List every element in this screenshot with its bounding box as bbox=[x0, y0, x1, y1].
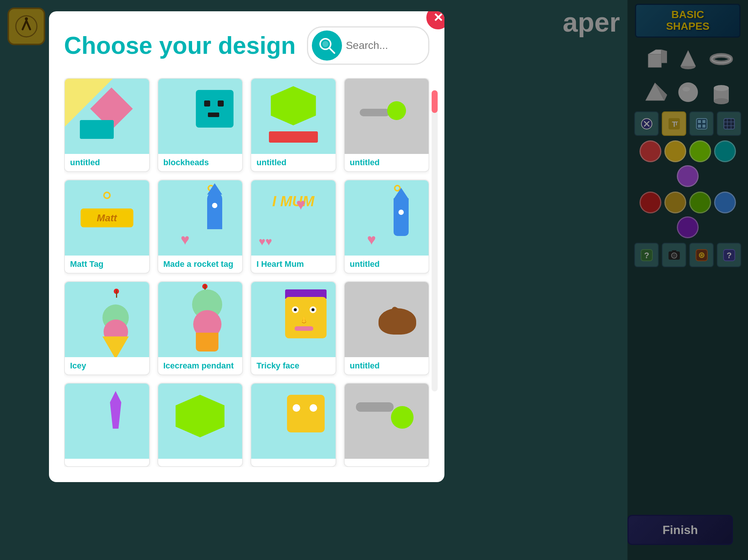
robot-face-shape bbox=[287, 395, 325, 432]
design-card-mech2[interactable] bbox=[344, 383, 430, 467]
design-card-untitled4[interactable]: ♥ untitled bbox=[344, 180, 430, 274]
design-thumb-matt: Matt bbox=[65, 180, 149, 256]
design-label-untitled1: untitled bbox=[65, 154, 149, 171]
design-thumb-blockheads bbox=[158, 79, 243, 154]
search-input[interactable] bbox=[346, 40, 421, 52]
design-thumb-untitled1 bbox=[65, 79, 149, 154]
design-label-mech2 bbox=[345, 459, 429, 466]
matt-tag-shape: Matt bbox=[81, 208, 133, 227]
blockhead-eye-right bbox=[218, 100, 224, 107]
design-thumb-icecream bbox=[158, 282, 243, 357]
design-label-icey: Icey bbox=[65, 357, 149, 374]
design-label-blockheads: blockheads bbox=[158, 154, 243, 171]
tricky-mouth bbox=[295, 326, 313, 331]
design-label-untitled5: untitled bbox=[345, 357, 429, 374]
scroll-bar[interactable] bbox=[432, 90, 438, 391]
design-card-icey[interactable]: Icey bbox=[64, 281, 150, 375]
design-card-crystal[interactable] bbox=[64, 383, 150, 467]
design-card-greenhex[interactable] bbox=[157, 383, 243, 467]
design-card-heartmum[interactable]: I MUM ♥ ♥♥ I Heart Mum bbox=[250, 180, 336, 274]
rocket-body bbox=[207, 192, 222, 229]
blockhead-eye-left bbox=[204, 100, 210, 107]
box-shape bbox=[80, 120, 114, 139]
design-label-icecream: Icecream pendant bbox=[158, 357, 243, 374]
crystal-shape bbox=[106, 391, 125, 429]
rect-red-shape bbox=[269, 131, 318, 143]
pipe-shape bbox=[360, 109, 390, 116]
design-label-tricky: Tricky face bbox=[251, 357, 336, 374]
design-label-untitled2: untitled bbox=[251, 154, 336, 171]
design-thumb-untitled4: ♥ bbox=[345, 180, 429, 256]
design-chooser-modal: Choose your design bbox=[49, 11, 444, 482]
modal-overlay: Choose your design bbox=[0, 0, 748, 560]
design-card-icecream[interactable]: Icecream pendant bbox=[157, 281, 243, 375]
tricky-eye2 bbox=[310, 306, 316, 313]
hex2-shape bbox=[176, 395, 224, 437]
design-card-untitled2[interactable]: untitled bbox=[250, 78, 336, 172]
design-card-blockheads[interactable]: blockheads bbox=[157, 78, 243, 172]
modal-title: Choose your design bbox=[64, 33, 296, 58]
icey-cone bbox=[102, 336, 129, 357]
design-card-matt[interactable]: Matt Matt Tag bbox=[64, 180, 150, 274]
hexagon-shape bbox=[271, 86, 316, 125]
design-card-untitled1[interactable]: untitled bbox=[64, 78, 150, 172]
modal-header: Choose your design bbox=[64, 26, 429, 65]
design-thumb-untitled5 bbox=[345, 282, 429, 357]
search-icon-circle bbox=[312, 30, 342, 61]
design-card-tricky[interactable]: 👃 Tricky face bbox=[250, 281, 336, 375]
designs-grid: untitled blockheads untitled bbox=[64, 78, 429, 467]
design-label-matt: Matt Tag bbox=[65, 256, 149, 273]
design-label-heartmum: I Heart Mum bbox=[251, 256, 336, 273]
design-thumb-mech2 bbox=[345, 383, 429, 459]
design-thumb-greenhex bbox=[158, 383, 243, 459]
design-label-greenhex bbox=[158, 459, 243, 466]
blockhead-head bbox=[196, 90, 234, 128]
search-container bbox=[307, 26, 429, 65]
design-label-rocket: Made a rocket tag bbox=[158, 256, 243, 273]
tricky-eye1 bbox=[292, 306, 299, 313]
svg-line-43 bbox=[329, 48, 334, 53]
design-label-crystal bbox=[65, 459, 149, 466]
design-thumb-untitled3 bbox=[345, 79, 429, 154]
design-label-untitled3: untitled bbox=[345, 154, 429, 171]
design-thumb-icey bbox=[65, 282, 149, 357]
svg-point-44 bbox=[322, 41, 328, 47]
design-card-untitled5[interactable]: untitled bbox=[344, 281, 430, 375]
design-thumb-untitled2 bbox=[251, 79, 336, 154]
design-thumb-crystal bbox=[65, 383, 149, 459]
green-dot-shape bbox=[387, 101, 406, 120]
design-card-untitled3[interactable]: untitled bbox=[344, 78, 430, 172]
design-thumb-heartmum: I MUM ♥ ♥♥ bbox=[251, 180, 336, 256]
design-thumb-tricky: 👃 bbox=[251, 282, 336, 357]
icecream-base bbox=[196, 333, 218, 352]
design-card-robot2[interactable] bbox=[250, 383, 336, 467]
design-thumb-rocket: ♥ bbox=[158, 180, 243, 256]
design-label-untitled4: untitled bbox=[345, 256, 429, 273]
design-thumb-robot2 bbox=[251, 383, 336, 459]
design-card-rocket[interactable]: ♥ Made a rocket tag bbox=[157, 180, 243, 274]
scroll-thumb[interactable] bbox=[432, 90, 438, 113]
blockhead-mouth bbox=[208, 113, 219, 117]
design-label-robot2 bbox=[251, 459, 336, 466]
